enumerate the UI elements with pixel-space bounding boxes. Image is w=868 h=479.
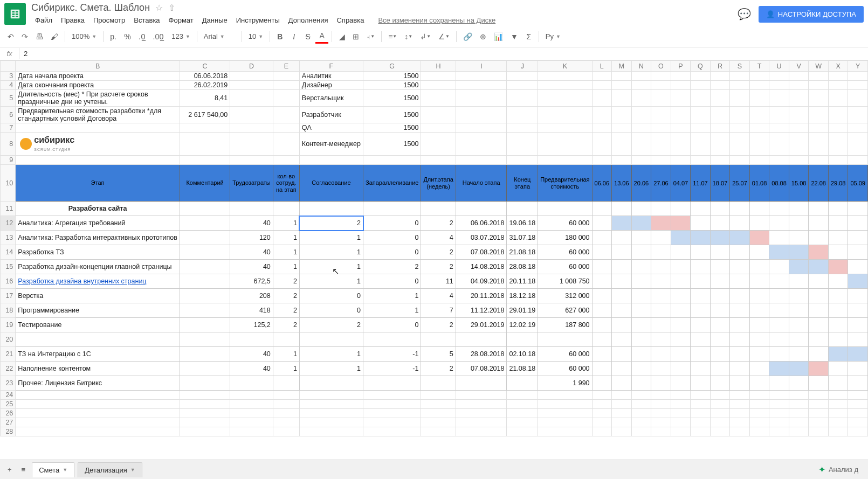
cell[interactable]	[230, 409, 273, 418]
cell[interactable]	[631, 90, 651, 107]
cell[interactable]: 8,41	[180, 90, 230, 107]
cell[interactable]: 40	[230, 362, 273, 376]
cell[interactable]	[789, 303, 809, 318]
cell[interactable]	[612, 289, 632, 303]
cell[interactable]	[631, 332, 651, 347]
cell[interactable]	[691, 347, 711, 362]
cell[interactable]	[789, 376, 809, 391]
cell[interactable]	[671, 216, 691, 231]
cell[interactable]: 1	[273, 347, 299, 362]
cell[interactable]	[612, 156, 632, 165]
cell[interactable]	[507, 409, 538, 418]
cell[interactable]	[848, 202, 868, 216]
cell[interactable]	[710, 156, 730, 165]
cell[interactable]	[16, 332, 180, 347]
cell[interactable]	[749, 427, 769, 436]
sheets-app-icon[interactable]	[4, 3, 26, 25]
cell[interactable]	[671, 231, 691, 245]
star-icon[interactable]: ☆	[155, 3, 163, 13]
cell[interactable]	[730, 418, 750, 427]
cell[interactable]	[789, 123, 809, 133]
cell[interactable]	[769, 391, 789, 400]
row-header[interactable]: 10	[1, 165, 16, 202]
cell[interactable]: 1	[363, 303, 421, 318]
cell[interactable]	[809, 90, 829, 107]
print-button[interactable]: 🖶	[32, 30, 46, 44]
cell[interactable]	[180, 332, 230, 347]
cell[interactable]	[299, 156, 363, 165]
cell[interactable]	[421, 156, 456, 165]
cell[interactable]	[789, 72, 809, 81]
cell[interactable]	[749, 332, 769, 347]
cell[interactable]	[538, 133, 592, 156]
cell[interactable]	[769, 347, 789, 362]
cell[interactable]	[180, 231, 230, 245]
cell[interactable]	[592, 303, 612, 318]
cell[interactable]	[273, 332, 299, 347]
cell[interactable]	[592, 289, 612, 303]
cell[interactable]	[671, 318, 691, 332]
cell[interactable]: 06.06.2018	[180, 72, 230, 81]
cell[interactable]	[809, 260, 829, 274]
row-header[interactable]: 9	[1, 156, 16, 165]
row-header[interactable]: 13	[1, 231, 16, 245]
cell[interactable]	[651, 274, 671, 289]
cell[interactable]	[749, 289, 769, 303]
cell[interactable]	[828, 72, 848, 81]
cell[interactable]	[230, 391, 273, 400]
cell[interactable]	[16, 418, 180, 427]
column-header[interactable]: H	[421, 61, 456, 72]
cell[interactable]	[651, 90, 671, 107]
row-header[interactable]: 22	[1, 362, 16, 376]
cell[interactable]	[230, 123, 273, 133]
cell[interactable]	[538, 400, 592, 409]
cell[interactable]: 40	[230, 260, 273, 274]
cell[interactable]	[749, 202, 769, 216]
row-header[interactable]: 28	[1, 427, 16, 436]
cell[interactable]: Согласование	[299, 165, 363, 202]
cell[interactable]	[809, 156, 829, 165]
cell[interactable]	[421, 202, 456, 216]
cell[interactable]	[671, 303, 691, 318]
column-header[interactable]: E	[273, 61, 299, 72]
cell[interactable]	[631, 133, 651, 156]
cell[interactable]	[710, 202, 730, 216]
cell[interactable]	[769, 289, 789, 303]
cell[interactable]: Длит.этапа (недель)	[421, 165, 456, 202]
cell[interactable]	[651, 289, 671, 303]
column-header[interactable]: I	[456, 61, 507, 72]
cell[interactable]	[769, 72, 789, 81]
cell[interactable]	[612, 216, 632, 231]
cell[interactable]	[848, 156, 868, 165]
cell[interactable]	[612, 231, 632, 245]
cell[interactable]	[651, 427, 671, 436]
cell[interactable]: 06.06	[592, 165, 612, 202]
cell[interactable]	[848, 123, 868, 133]
cell[interactable]	[456, 332, 507, 347]
cell[interactable]: Аналитика: Разработка интерактивных прот…	[16, 231, 180, 245]
cell[interactable]	[710, 133, 730, 156]
cell[interactable]	[848, 289, 868, 303]
cell[interactable]: 04.07	[671, 165, 691, 202]
cell[interactable]	[631, 72, 651, 81]
cell[interactable]	[16, 123, 180, 133]
cell[interactable]	[363, 400, 421, 409]
cell[interactable]	[730, 347, 750, 362]
percent-button[interactable]: %	[121, 30, 134, 44]
cell[interactable]	[769, 156, 789, 165]
column-header[interactable]: W	[809, 61, 829, 72]
cell[interactable]	[612, 72, 632, 81]
cell[interactable]	[230, 400, 273, 409]
cell[interactable]	[631, 289, 651, 303]
column-header[interactable]: O	[651, 61, 671, 72]
cell[interactable]	[671, 289, 691, 303]
cell[interactable]	[538, 391, 592, 400]
cell[interactable]	[421, 376, 456, 391]
cell[interactable]: 1 990	[538, 376, 592, 391]
cell[interactable]: 1	[273, 245, 299, 260]
cell[interactable]	[421, 332, 456, 347]
cell[interactable]	[828, 347, 848, 362]
cell[interactable]: Разработчик	[299, 107, 363, 123]
cell[interactable]: 11.12.2018	[456, 303, 507, 318]
cell[interactable]: 2	[299, 216, 363, 231]
